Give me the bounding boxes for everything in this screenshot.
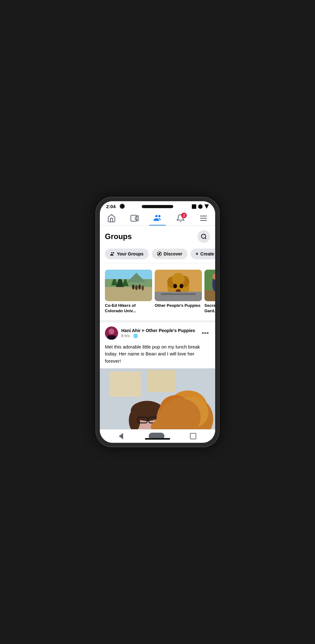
menu-icon <box>199 214 208 223</box>
svg-point-23 <box>141 285 144 290</box>
bottom-nav <box>100 429 215 443</box>
groups-header: Groups <box>100 226 215 246</box>
svg-line-8 <box>205 238 206 239</box>
back-button[interactable] <box>119 433 123 439</box>
nav-home[interactable] <box>103 213 120 225</box>
svg-point-9 <box>111 252 112 254</box>
phone-home-bar <box>145 438 170 440</box>
svg-rect-33 <box>161 293 196 295</box>
group-img-garden <box>204 270 215 301</box>
signal-icon <box>204 204 209 209</box>
post-author-line: Hani Ahir ▶ Other People's Puppies <box>121 328 197 333</box>
home-icon <box>107 214 116 223</box>
overview-button[interactable] <box>190 433 196 439</box>
pill-create[interactable]: + Create <box>191 249 215 259</box>
groups-grid-section: Co-Ed Hikers of Colorado Univ... <box>100 263 215 320</box>
svg-point-22 <box>138 284 141 290</box>
nav-video[interactable] <box>126 213 143 225</box>
post-meta: Hani Ahir ▶ Other People's Puppies 8 hrs… <box>121 328 197 338</box>
post-card: Hani Ahir ▶ Other People's Puppies 8 hrs… <box>100 323 215 429</box>
post-avatar <box>105 326 118 340</box>
back-arrow-icon <box>119 433 123 439</box>
group-card-hikers[interactable]: Co-Ed Hikers of Colorado Univ... <box>105 270 152 314</box>
post-header: Hani Ahir ▶ Other People's Puppies 8 hrs… <box>100 323 215 342</box>
status-time: 2:04 <box>106 204 116 209</box>
group-name-hikers: Co-Ed Hikers of Colorado Univ... <box>105 303 152 314</box>
groups-title: Groups <box>105 232 132 241</box>
svg-point-49 <box>109 329 114 334</box>
group-card-garden[interactable]: Secrets to Seasonal Gard... <box>204 270 215 314</box>
circle-icon <box>198 204 203 209</box>
notification-badge: 2 <box>181 213 187 218</box>
groups-icon <box>153 214 162 222</box>
pill-your-groups[interactable]: Your Groups <box>105 249 149 259</box>
svg-rect-35 <box>204 290 215 301</box>
svg-point-21 <box>135 285 138 290</box>
group-name-garden: Secrets to Seasonal Gard... <box>204 303 215 314</box>
svg-point-20 <box>132 284 135 290</box>
phone-speaker <box>142 205 173 208</box>
post-arrow-icon: ▶ <box>142 328 145 332</box>
svg-point-30 <box>180 284 183 288</box>
content-area: Groups Your Groups <box>100 226 215 429</box>
svg-rect-32 <box>155 292 202 301</box>
plus-icon: + <box>196 251 198 257</box>
svg-point-3 <box>158 215 160 217</box>
post-image <box>100 368 215 429</box>
svg-point-7 <box>202 234 206 238</box>
nav-groups[interactable] <box>149 212 166 225</box>
nav-bar: 2 <box>100 210 215 226</box>
video-icon <box>130 214 139 223</box>
post-time: 8 hrs · 🌐 <box>121 334 197 338</box>
post-group-name: Other People's Puppies <box>146 328 195 333</box>
svg-rect-54 <box>147 370 175 392</box>
pill-discover[interactable]: Discover <box>152 249 187 259</box>
group-img-puppies <box>155 270 202 301</box>
post-more-button[interactable]: ••• <box>200 328 210 338</box>
svg-rect-51 <box>107 335 116 340</box>
filter-pills: Your Groups Discover + Create <box>100 246 215 263</box>
svg-point-28 <box>172 273 185 285</box>
svg-rect-53 <box>109 372 141 397</box>
nav-notifications[interactable]: 2 <box>172 213 189 225</box>
svg-point-29 <box>173 284 177 288</box>
battery-icon <box>192 204 196 209</box>
svg-rect-0 <box>131 215 137 221</box>
group-img-hikers <box>105 270 152 301</box>
svg-rect-14 <box>105 287 152 301</box>
search-icon <box>201 233 207 240</box>
svg-point-2 <box>155 215 158 217</box>
your-groups-icon <box>110 251 115 256</box>
phone-camera <box>120 204 125 209</box>
post-author-name: Hani Ahir <box>121 328 141 333</box>
groups-grid: Co-Ed Hikers of Colorado Univ... <box>100 267 215 316</box>
svg-point-10 <box>113 252 114 254</box>
svg-marker-12 <box>158 253 160 255</box>
group-name-puppies: Other People's Puppies <box>155 303 202 308</box>
nav-menu[interactable] <box>195 213 212 225</box>
post-text: Met this adorable little pup on my lunch… <box>100 342 215 369</box>
group-card-puppies[interactable]: Other People's Puppies <box>155 270 202 314</box>
search-button[interactable] <box>198 230 210 243</box>
discover-icon <box>157 251 162 256</box>
phone-frame: 2:04 <box>96 197 219 447</box>
phone-screen: 2:04 <box>100 201 215 443</box>
status-icons <box>192 204 209 209</box>
privacy-icon: 🌐 <box>133 334 138 338</box>
svg-rect-18 <box>105 270 152 279</box>
